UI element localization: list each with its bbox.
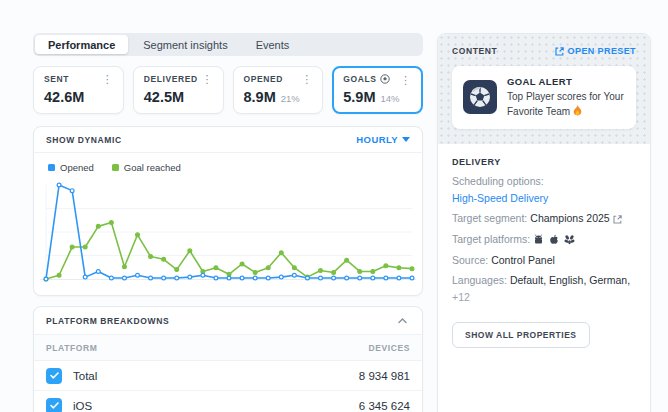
open-preset-link[interactable]: OPEN PRESET [555,46,636,56]
stat-label: DELIVERED [144,74,198,84]
kebab-menu-icon[interactable]: ⋮ [396,73,415,88]
open-preset-label: OPEN PRESET [568,46,636,56]
stat-card-goals[interactable]: GOALS ⋮ 5.9M 14% [332,66,423,114]
content-title: CONTENT [452,46,497,56]
interval-value: HOURLY [356,134,398,145]
stat-card-delivered[interactable]: DELIVERED ⋮ 42.5M [133,66,224,114]
high-speed-delivery-link[interactable]: High-Speed Delivery [452,192,548,206]
tab-performance[interactable]: Performance [35,35,128,54]
line-chart [34,175,422,287]
goal-alert-message: Top Player scores for Your Favorite Team [507,90,625,119]
legend-item-goal-reached[interactable]: Goal reached [112,162,181,173]
soccer-ball-tile-icon [463,80,497,114]
stats-row: SENT ⋮ 42.6M DELIVERED ⋮ 42.5M [33,66,423,114]
segment-name-link[interactable]: Champions 2025 [530,212,609,226]
content-preview-area: CONTENT OPEN PRESET [438,34,650,144]
stat-percent: 21% [281,93,300,104]
column-devices: DEVICES [368,343,410,353]
stat-value: 5.9M [343,89,375,105]
property-label: Scheduling options: [452,175,544,189]
legend-swatch-blue [48,164,55,171]
stat-value: 42.5M [144,89,184,105]
dynamic-chart-card: SHOW DYNAMIC HOURLY Opened Goal reached [33,126,423,296]
source-value: Control Panel [491,254,555,268]
delivery-title: DELIVERY [452,157,636,167]
main-column: Performance Segment insights Events SENT… [33,33,423,412]
stat-card-sent[interactable]: SENT ⋮ 42.6M [33,66,124,114]
chevron-down-icon [402,137,410,142]
checkbox-ios[interactable] [46,398,62,412]
property-label: Source: [452,254,488,268]
tab-segment-insights[interactable]: Segment insights [130,35,240,54]
table-column-headers: PLATFORM DEVICES [34,335,422,361]
stat-value: 8.9M [244,89,276,105]
devices-count: 6 345 624 [359,400,410,412]
property-source: Source: Control Panel [452,254,636,268]
stat-label: GOALS [343,74,376,84]
content-panel: CONTENT OPEN PRESET [437,33,651,412]
kebab-menu-icon[interactable]: ⋮ [297,72,316,87]
collapse-chevron-up-icon[interactable] [395,315,410,327]
kebab-menu-icon[interactable]: ⋮ [198,72,217,87]
dashboard-page: Performance Segment insights Events SENT… [33,33,651,412]
checkbox-total[interactable] [46,368,62,384]
legend-item-opened[interactable]: Opened [48,162,94,173]
property-target-segment: Target segment: Champions 2025 [452,212,636,226]
table-row-total[interactable]: Total 8 934 981 [34,361,422,391]
fire-icon [573,105,582,116]
huawei-icon [564,234,575,245]
show-all-properties-button[interactable]: SHOW ALL PROPERTIES [452,322,590,348]
property-label: Languages: [452,274,507,288]
languages-value: Default, English, German, [510,274,630,288]
soccer-ball-icon [380,74,390,84]
chart-legend: Opened Goal reached [34,153,422,175]
property-languages: Languages: Default, English, German, +12 [452,274,636,304]
goal-alert-card: GOAL ALERT Top Player scores for Your Fa… [452,66,636,129]
external-link-icon[interactable] [613,215,622,224]
dynamic-title: SHOW DYNAMIC [46,135,122,145]
legend-label: Opened [60,162,94,173]
stat-value: 42.6M [44,89,84,105]
stat-label: SENT [44,74,69,84]
table-row-ios[interactable]: iOS 6 345 624 [34,391,422,412]
goal-alert-title: GOAL ALERT [507,76,625,87]
legend-label: Goal reached [124,162,181,173]
languages-more-count: +12 [452,291,470,305]
legend-swatch-green [112,164,119,171]
platform-breakdowns-title: PLATFORM BREAKDOWNS [46,316,169,326]
column-platform: PLATFORM [46,343,97,353]
devices-count: 8 934 981 [359,370,410,382]
platform-name: iOS [73,400,92,412]
stat-percent: 14% [381,93,400,104]
tab-events[interactable]: Events [243,35,303,54]
android-icon [533,234,544,245]
tab-bar: Performance Segment insights Events [33,33,423,56]
property-label: Target segment: [452,212,527,226]
apple-icon [549,234,559,245]
stat-card-opened[interactable]: OPENED ⋮ 8.9M 21% [233,66,324,114]
platform-breakdowns-card: PLATFORM BREAKDOWNS PLATFORM DEVICES [33,306,423,412]
platform-name: Total [73,370,97,382]
property-scheduling-options: Scheduling options: High-Speed Delivery [452,175,636,205]
stat-label: OPENED [244,74,284,84]
property-target-platforms: Target platforms: [452,233,636,247]
delivery-section: DELIVERY Scheduling options: High-Speed … [438,144,650,362]
line-chart-svg [38,175,418,287]
external-link-icon [555,47,564,56]
property-label: Target platforms: [452,233,530,247]
interval-dropdown[interactable]: HOURLY [356,134,410,145]
kebab-menu-icon[interactable]: ⋮ [98,72,117,87]
